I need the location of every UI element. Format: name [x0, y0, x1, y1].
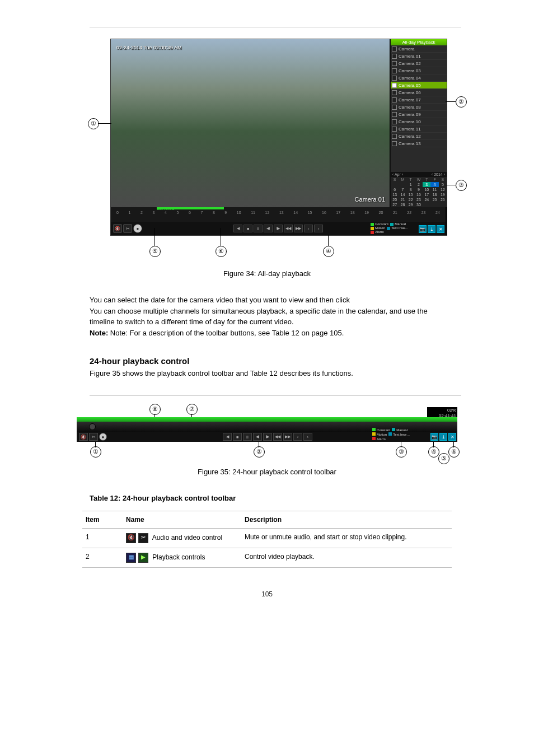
figure-caption-1: Figure 34: All-day playback — [0, 269, 534, 278]
table-row: 1 🔇✂ Audio and video control Mute or unm… — [82, 528, 452, 548]
figure-toolbar: ⑧ ⑦ 02%02:41:41 🔇 ✂ ● ◀ ■ II ◀I I▶ ◀◀ — [77, 407, 457, 463]
camera-row[interactable]: Camera 03 — [391, 67, 447, 74]
snapshot-icon[interactable]: 📷 — [430, 433, 438, 441]
play-icon: ▶ — [138, 553, 148, 563]
camera-row[interactable]: Camera 10 — [391, 118, 447, 125]
right-icons: 📷 ⤓ ✕ — [429, 433, 456, 441]
callout-7: ⑦ — [186, 404, 198, 415]
camera-row[interactable]: Camera 04 — [391, 74, 447, 82]
stop-icon[interactable]: ■ — [233, 433, 242, 441]
playback-controls: ◀ ■ II ◀I I▶ ◀◀ ▶▶ ‹ › — [222, 433, 313, 441]
step-back-icon[interactable]: ◀I — [264, 225, 273, 232]
callout-1b: ① — [90, 446, 101, 458]
fast-fwd-icon[interactable]: ▶▶ — [283, 433, 292, 441]
callout-2: ② — [456, 96, 467, 108]
th-desc: Description — [241, 511, 452, 528]
callout-2b: ② — [254, 446, 265, 458]
callout-5: ⑤ — [149, 246, 161, 257]
timeline-ticks: 0123456789101112131415161718192021222324 — [111, 211, 446, 214]
step-back-icon[interactable]: ◀I — [253, 433, 262, 441]
close-icon[interactable]: ✕ — [448, 433, 456, 441]
video-timestamp: 02-24-2014 Tue 02:00:39 AM — [116, 45, 182, 50]
paragraph-instruction: You can select the date for the camera v… — [90, 295, 444, 306]
rew-icon[interactable]: ◀ — [223, 433, 232, 441]
camera-row[interactable]: Camera 06 — [391, 89, 447, 96]
speed-knob[interactable] — [89, 423, 96, 430]
camera-side-panel: All-day Playback Camera Camera 01Camera … — [390, 39, 447, 207]
pause-icon[interactable]: II — [254, 225, 263, 232]
callout-8: ⑧ — [149, 404, 161, 415]
figure-caption-2: Figure 35: 24-hour playback control tool… — [0, 468, 534, 476]
callout-4: ④ — [323, 246, 334, 257]
controls-table: Item Name Description 1 🔇✂ Audio and vid… — [82, 511, 452, 568]
close-icon[interactable]: ✕ — [437, 225, 444, 233]
th-name: Name — [123, 511, 241, 528]
callout-5b: ⑤ — [438, 453, 449, 464]
stop-icon[interactable]: ■ — [243, 225, 252, 232]
record-icon[interactable]: ● — [99, 433, 107, 441]
record-icon[interactable]: ● — [133, 224, 142, 233]
callout-6: ⑥ — [216, 246, 227, 257]
timeline[interactable]: 02:45:01 0123456789101112131415161718192… — [111, 207, 446, 222]
paragraph-1: You can choose multiple channels for sim… — [90, 306, 444, 328]
page-number: 105 — [0, 590, 534, 598]
camera-row[interactable]: Camera 05 — [391, 82, 447, 89]
prev-icon[interactable]: ‹ — [304, 225, 313, 232]
panel-title: All-day Playback — [391, 39, 447, 45]
frame-icon: ▦ — [126, 553, 136, 563]
clip-icon[interactable]: ✂ — [123, 224, 132, 233]
legend: Constant Manual Motion Text Inse… Alarm — [371, 222, 420, 234]
camera-row[interactable]: Camera 02 — [391, 60, 447, 67]
paragraph-note: Note: Note: For a description of the too… — [90, 328, 444, 339]
callout-3b: ③ — [396, 446, 407, 458]
mute-icon[interactable]: 🔇 — [113, 224, 122, 233]
camera-row[interactable]: Camera 01 — [391, 53, 447, 60]
paragraph-3: Figure 35 shows the playback control too… — [90, 368, 444, 379]
figure-all-day-playback: 02-24-2014 Tue 02:00:39 AM Camera 01 All… — [88, 39, 446, 263]
camera-row[interactable]: Camera 12 — [391, 133, 447, 140]
th-item: Item — [82, 511, 123, 528]
fast-fwd-icon[interactable]: ▶▶ — [294, 225, 303, 232]
callout-4b: ④ — [428, 446, 439, 458]
video-pane[interactable]: 02-24-2014 Tue 02:00:39 AM Camera 01 — [111, 39, 390, 207]
mute-icon[interactable]: 🔇 — [79, 433, 88, 441]
fast-rew-icon[interactable]: ◀◀ — [284, 225, 293, 232]
callout-6b: ⑥ — [448, 446, 460, 458]
prev-icon[interactable]: ‹ — [293, 433, 302, 441]
step-fwd-icon[interactable]: I▶ — [263, 433, 272, 441]
rew-icon[interactable]: ◀ — [233, 225, 242, 232]
callout-1: ① — [88, 118, 99, 129]
export-icon[interactable]: ⤓ — [439, 433, 447, 441]
camera-row[interactable]: Camera 13 — [391, 140, 447, 147]
toolbar: 02%02:41:41 🔇 ✂ ● ◀ ■ II ◀I I▶ ◀◀ ▶▶ ‹ › — [77, 417, 457, 442]
calendar[interactable]: ‹ Apr ›‹ 2014 › SMTWTFS12345678910111213… — [391, 172, 447, 207]
playback-window: 02-24-2014 Tue 02:00:39 AM Camera 01 All… — [110, 39, 447, 236]
pause-icon[interactable]: II — [243, 433, 252, 441]
heading-24hr-control: 24-hour playback control — [90, 355, 444, 368]
table-row: 2 ▦▶ Playback controls Control video pla… — [82, 548, 452, 567]
callout-3: ③ — [456, 180, 467, 191]
legend: Constant Manual Motion Text Inse… Alarm — [372, 428, 426, 441]
table-caption: Table 12: 24-hour playback control toolb… — [90, 493, 444, 504]
next-icon[interactable]: › — [303, 433, 312, 441]
progress-bar[interactable] — [77, 417, 457, 422]
next-icon[interactable]: › — [314, 225, 323, 232]
camera-row[interactable]: Camera 07 — [391, 96, 447, 104]
clip-icon: ✂ — [138, 533, 148, 543]
clip-icon[interactable]: ✂ — [89, 433, 98, 441]
mute-icon: 🔇 — [126, 533, 136, 543]
export-icon[interactable]: ⤓ — [428, 225, 435, 233]
right-icons: 📷 ⤓ ✕ — [418, 225, 444, 233]
snapshot-icon[interactable]: 📷 — [419, 225, 427, 233]
control-bar: 🔇 ✂ ● ◀ ■ II ◀I I▶ ◀◀ ▶▶ ‹ › Constant Ma… — [111, 222, 446, 235]
camera-header-row: Camera — [391, 45, 447, 53]
camera-row[interactable]: Camera 08 — [391, 104, 447, 111]
video-camera-label: Camera 01 — [355, 196, 385, 203]
camera-row[interactable]: Camera 11 — [391, 125, 447, 133]
camera-row[interactable]: Camera 09 — [391, 111, 447, 118]
fast-rew-icon[interactable]: ◀◀ — [273, 433, 282, 441]
step-fwd-icon[interactable]: I▶ — [274, 225, 283, 232]
playback-controls: ◀ ■ II ◀I I▶ ◀◀ ▶▶ ‹ › — [233, 225, 324, 232]
